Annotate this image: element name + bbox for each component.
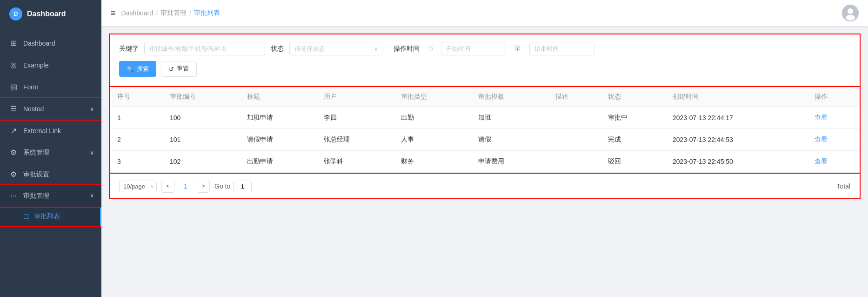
approval-mgmt-icon: ··· <box>9 192 18 200</box>
avatar-image <box>842 5 859 21</box>
col-status: 状态 <box>601 87 665 107</box>
header: ≡ Dashboard / 审批管理 / 审批列表 <box>101 0 868 26</box>
cell-status: 审批中 <box>601 107 665 129</box>
breadcrumb-dashboard[interactable]: Dashboard <box>121 9 154 17</box>
table-row: 1 100 加班申请 李四 出勤 加班 审批中 2023-07-13 22:44… <box>110 107 860 129</box>
end-date-input[interactable] <box>529 42 594 55</box>
hamburger-icon[interactable]: ≡ <box>111 8 116 18</box>
breadcrumb: Dashboard / 审批管理 / 审批列表 <box>121 9 220 17</box>
svg-point-2 <box>846 15 855 20</box>
page-size-wrap: 10/page 20/page 50/page ∨ <box>119 181 157 192</box>
content-area: 关键字 状态 请选择状态 审批中 完成 驳回 ∨ 操作时间 ⏱ 至 <box>101 26 868 297</box>
sidebar-item-label: 审批管理 <box>23 192 49 200</box>
status-select[interactable]: 请选择状态 审批中 完成 驳回 <box>290 42 382 55</box>
cell-type: 出勤 <box>394 107 471 129</box>
cell-created: 2023-07-13 22:44:53 <box>665 129 807 151</box>
sidebar-item-example[interactable]: ◎ Example <box>0 54 101 76</box>
date-separator: 至 <box>512 45 524 53</box>
cell-code: 100 <box>162 107 240 129</box>
sidebar-item-label: External Link <box>23 127 61 135</box>
external-link-icon: ↗ <box>9 126 18 135</box>
keyword-input[interactable] <box>144 42 265 55</box>
sidebar-logo-text: Dashboard <box>27 10 66 18</box>
cell-status: 完成 <box>601 129 665 151</box>
sidebar-item-nested[interactable]: ☰ Nested ∨ <box>0 98 101 120</box>
sidebar-item-label: 系统管理 <box>23 148 49 157</box>
prev-page-button[interactable]: < <box>161 180 174 193</box>
search-button[interactable]: 🔍 搜索 <box>119 61 156 77</box>
header-left: ≡ Dashboard / 审批管理 / 审批列表 <box>111 8 220 18</box>
reset-button[interactable]: ↺ 重置 <box>161 61 197 77</box>
cell-title: 加班申请 <box>240 107 317 129</box>
status-select-wrap: 请选择状态 审批中 完成 驳回 ∨ <box>289 42 382 55</box>
status-label: 状态 <box>271 45 284 53</box>
approval-mgmt-arrow-icon: ∧ <box>90 193 94 199</box>
dashboard-icon: ⊞ <box>9 39 18 47</box>
next-page-button[interactable]: > <box>197 180 210 193</box>
cell-seq: 1 <box>110 107 162 129</box>
cell-type: 人事 <box>394 129 471 151</box>
approval-settings-icon: ⚙ <box>9 170 18 179</box>
total-label: Total <box>836 182 850 190</box>
sidebar-item-external-link[interactable]: ↗ External Link <box>0 120 101 142</box>
page-size-select[interactable]: 10/page 20/page 50/page <box>119 181 157 192</box>
col-code: 审批编号 <box>162 87 240 107</box>
view-button-2[interactable]: 查看 <box>815 135 828 144</box>
clock-icon: ⏱ <box>427 45 434 53</box>
button-row: 🔍 搜索 ↺ 重置 <box>119 61 850 81</box>
table-header-row: 序号 审批编号 标题 用户 审批类型 审批模板 描述 状态 创建时间 操作 <box>110 87 860 107</box>
cell-template: 加班 <box>471 107 548 129</box>
cell-created: 2023-07-13 22:45:50 <box>665 151 807 173</box>
breadcrumb-sep-1: / <box>156 9 158 17</box>
cell-desc <box>548 151 601 173</box>
filter-section: 关键字 状态 请选择状态 审批中 完成 驳回 ∨ 操作时间 ⏱ 至 <box>109 34 861 87</box>
col-user: 用户 <box>316 87 394 107</box>
pagination-section: 10/page 20/page 50/page ∨ < 1 > Go to To… <box>109 174 861 199</box>
table-row: 2 101 请假申请 张总经理 人事 请假 完成 2023-07-13 22:4… <box>110 129 860 151</box>
submenu-approval: ☐ 审批列表 <box>0 207 101 226</box>
current-page: 1 <box>179 182 192 190</box>
main-content: ≡ Dashboard / 审批管理 / 审批列表 关键字 <box>101 0 868 297</box>
sidebar: D Dashboard ⊞ Dashboard ◎ Example ▤ Form… <box>0 0 101 297</box>
cell-type: 财务 <box>394 151 471 173</box>
filter-row: 关键字 状态 请选择状态 审批中 完成 驳回 ∨ 操作时间 ⏱ 至 <box>119 42 850 55</box>
sidebar-item-approval-mgmt[interactable]: ··· 审批管理 ∧ <box>0 185 101 207</box>
cell-seq: 2 <box>110 129 162 151</box>
sidebar-item-label: Example <box>23 61 48 69</box>
sidebar-item-dashboard[interactable]: ⊞ Dashboard <box>0 32 101 54</box>
table-row: 3 102 出勤申请 张学科 财务 申请费用 驳回 2023-07-13 22:… <box>110 151 860 173</box>
col-template: 审批模板 <box>471 87 548 107</box>
cell-template: 申请费用 <box>471 151 548 173</box>
system-mgmt-icon: ⚙ <box>9 148 18 157</box>
goto-wrap: Go to <box>214 181 252 192</box>
col-type: 审批类型 <box>394 87 471 107</box>
sidebar-item-label: Dashboard <box>23 40 55 47</box>
cell-user: 张总经理 <box>316 129 394 151</box>
start-date-input[interactable] <box>441 42 506 55</box>
view-button-3[interactable]: 查看 <box>815 157 828 166</box>
reset-icon: ↺ <box>169 66 174 73</box>
nested-icon: ☰ <box>9 104 18 113</box>
cell-desc <box>548 129 601 151</box>
breadcrumb-approval-mgmt[interactable]: 审批管理 <box>160 9 187 17</box>
sidebar-item-approval-list[interactable]: ☐ 审批列表 <box>0 207 101 226</box>
breadcrumb-sep-2: / <box>189 9 191 17</box>
sidebar-item-form[interactable]: ▤ Form <box>0 76 101 98</box>
avatar[interactable] <box>842 5 859 21</box>
nested-arrow-icon: ∨ <box>90 106 94 112</box>
table-header: 序号 审批编号 标题 用户 审批类型 审批模板 描述 状态 创建时间 操作 <box>110 87 860 107</box>
view-button-1[interactable]: 查看 <box>815 114 828 122</box>
approval-table: 序号 审批编号 标题 用户 审批类型 审批模板 描述 状态 创建时间 操作 1 <box>110 87 860 173</box>
cell-action: 查看 <box>807 129 860 151</box>
sidebar-item-approval-settings[interactable]: ⚙ 审批设置 <box>0 163 101 185</box>
submenu-item-label: 审批列表 <box>34 212 60 221</box>
goto-label: Go to <box>214 182 230 190</box>
cell-user: 张学科 <box>316 151 394 173</box>
sidebar-item-system-mgmt[interactable]: ⚙ 系统管理 ∨ <box>0 142 101 163</box>
col-title: 标题 <box>240 87 317 107</box>
svg-point-1 <box>848 8 853 14</box>
table-section: 序号 审批编号 标题 用户 审批类型 审批模板 描述 状态 创建时间 操作 1 <box>109 87 861 174</box>
sidebar-menu: ⊞ Dashboard ◎ Example ▤ Form ☰ Nested ∨ … <box>0 28 101 297</box>
cell-template: 请假 <box>471 129 548 151</box>
goto-input[interactable] <box>233 181 252 192</box>
